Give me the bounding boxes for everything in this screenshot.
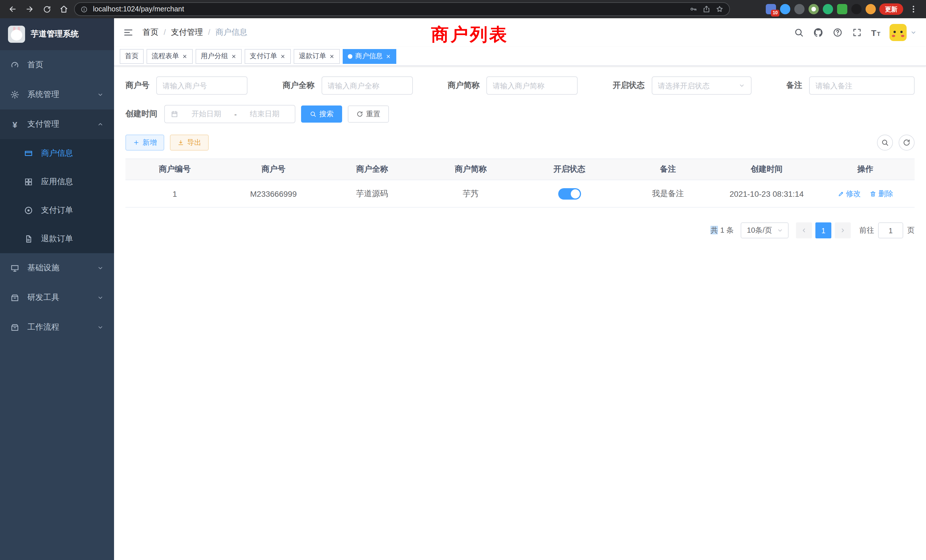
- menu-label: 首页: [27, 60, 43, 70]
- cell-merchant-id: 1: [126, 180, 224, 207]
- share-icon[interactable]: [702, 5, 710, 13]
- grid-icon: [24, 177, 33, 186]
- reset-button[interactable]: 重置: [348, 106, 389, 123]
- app-title: 芋道管理系统: [31, 29, 79, 39]
- sidebar-item-app-info[interactable]: 应用信息: [0, 168, 114, 196]
- sidebar-item-home[interactable]: 首页: [0, 50, 114, 80]
- edit-icon: [837, 190, 844, 197]
- breadcrumb-home[interactable]: 首页: [142, 27, 159, 38]
- chevron-down-icon: [97, 91, 104, 98]
- sidebar-item-dev-tools[interactable]: 研发工具: [0, 283, 114, 312]
- remark-input-field[interactable]: [816, 81, 908, 90]
- merchant-no-input-field[interactable]: [162, 81, 241, 90]
- navbar-actions: [793, 24, 917, 41]
- app-logo-image: [8, 26, 25, 43]
- prev-page-button[interactable]: [796, 222, 812, 238]
- sidebar-item-merchant-info[interactable]: 商户信息: [0, 139, 114, 168]
- extension-icon[interactable]: [794, 4, 805, 14]
- col-actions: 操作: [816, 159, 915, 180]
- full-name-input[interactable]: [321, 76, 413, 95]
- close-icon[interactable]: [182, 53, 188, 59]
- header-search-icon[interactable]: [793, 27, 804, 38]
- merchant-no-input[interactable]: [156, 76, 247, 95]
- extension-icon[interactable]: [780, 4, 790, 14]
- status-toggle[interactable]: [558, 188, 581, 199]
- close-icon[interactable]: [329, 53, 335, 59]
- extension-icon[interactable]: 10: [766, 4, 776, 14]
- address-bar[interactable]: localhost:1024/pay/merchant: [74, 2, 730, 16]
- password-key-icon[interactable]: [689, 5, 698, 13]
- browser-reload-button[interactable]: [40, 2, 54, 16]
- add-button[interactable]: 新增: [126, 135, 164, 151]
- short-name-input[interactable]: [486, 76, 578, 95]
- end-date-placeholder[interactable]: 结束日期: [240, 109, 289, 119]
- sidebar: 芋道管理系统 首页 系统管理 支付管理: [0, 18, 114, 560]
- url-text[interactable]: localhost:1024/pay/merchant: [93, 5, 684, 13]
- jump-input[interactable]: [878, 222, 903, 238]
- tab-user-group[interactable]: 用户分组: [195, 49, 242, 64]
- edit-button[interactable]: 修改: [837, 188, 861, 199]
- fullscreen-icon[interactable]: [852, 27, 862, 38]
- extension-icon[interactable]: [808, 4, 819, 14]
- chevron-down-icon: [97, 294, 104, 301]
- extension-icon[interactable]: [837, 4, 847, 14]
- hamburger-icon[interactable]: [123, 27, 133, 38]
- bookmark-star-icon[interactable]: [716, 5, 723, 13]
- browser-menu-button[interactable]: [906, 2, 920, 16]
- export-button[interactable]: 导出: [170, 135, 209, 151]
- page-number-button[interactable]: 1: [816, 222, 831, 238]
- sidebar-item-payment[interactable]: 支付管理: [0, 109, 114, 139]
- browser-update-button[interactable]: 更新: [879, 3, 903, 15]
- toggle-search-button[interactable]: [877, 135, 893, 151]
- breadcrumb-current: 商户信息: [203, 27, 247, 38]
- tab-pay-order[interactable]: 支付订单: [245, 49, 291, 64]
- delete-button[interactable]: 删除: [870, 188, 893, 199]
- sidebar-item-infrastructure[interactable]: 基础设施: [0, 253, 114, 283]
- help-icon[interactable]: [832, 27, 843, 38]
- date-range-picker[interactable]: 开始日期 - 结束日期: [164, 105, 295, 123]
- avatar-caret-icon[interactable]: [910, 29, 917, 36]
- table-row[interactable]: 1 M233666999 芋道源码 芋艿 我是备注 2021-10-23 08:…: [126, 180, 915, 207]
- tab-refund-order[interactable]: 退款订单: [294, 49, 340, 64]
- browser-forward-button[interactable]: [23, 2, 36, 16]
- filter-label: 商户全称: [283, 80, 315, 91]
- browser-back-button[interactable]: [6, 2, 20, 16]
- remark-input[interactable]: [809, 76, 915, 95]
- site-info-icon[interactable]: [80, 5, 88, 13]
- tab-label: 支付订单: [250, 51, 277, 61]
- font-size-icon[interactable]: [871, 28, 881, 37]
- extension-icon[interactable]: [865, 4, 876, 14]
- short-name-input-field[interactable]: [493, 81, 571, 90]
- full-name-input-field[interactable]: [328, 81, 406, 90]
- refresh-table-button[interactable]: [899, 135, 915, 151]
- sidebar-menu: 首页 系统管理 支付管理 商户信息: [0, 50, 114, 342]
- close-icon[interactable]: [386, 53, 391, 59]
- extension-badge: 10: [771, 10, 779, 17]
- search-button[interactable]: 搜索: [301, 106, 342, 123]
- close-icon[interactable]: [231, 53, 237, 59]
- tab-flow-form[interactable]: 流程表单: [147, 49, 193, 64]
- github-icon[interactable]: [813, 27, 823, 38]
- sidebar-item-pay-order[interactable]: 支付订单: [0, 196, 114, 225]
- sidebar-item-workflow[interactable]: 工作流程: [0, 312, 114, 342]
- refresh-icon: [903, 139, 911, 147]
- status-select-field[interactable]: [658, 81, 738, 90]
- next-page-button[interactable]: [835, 222, 851, 238]
- plus-icon: [133, 139, 140, 146]
- search-icon: [881, 139, 889, 147]
- user-avatar[interactable]: [890, 24, 906, 41]
- tab-merchant-info[interactable]: 商户信息: [343, 49, 396, 64]
- col-short-name: 商户简称: [421, 159, 520, 180]
- extension-icon[interactable]: [851, 4, 862, 14]
- extension-icon[interactable]: [823, 4, 833, 14]
- browser-home-button[interactable]: [57, 2, 71, 16]
- page-size-select[interactable]: 10条/页: [741, 222, 788, 238]
- gear-icon: [10, 90, 20, 99]
- tab-home[interactable]: 首页: [120, 49, 144, 64]
- reset-button-label: 重置: [366, 109, 380, 119]
- status-select[interactable]: [651, 76, 751, 95]
- sidebar-item-refund-order[interactable]: 退款订单: [0, 225, 114, 253]
- sidebar-item-system[interactable]: 系统管理: [0, 80, 114, 109]
- close-icon[interactable]: [280, 53, 286, 59]
- start-date-placeholder[interactable]: 开始日期: [182, 109, 231, 119]
